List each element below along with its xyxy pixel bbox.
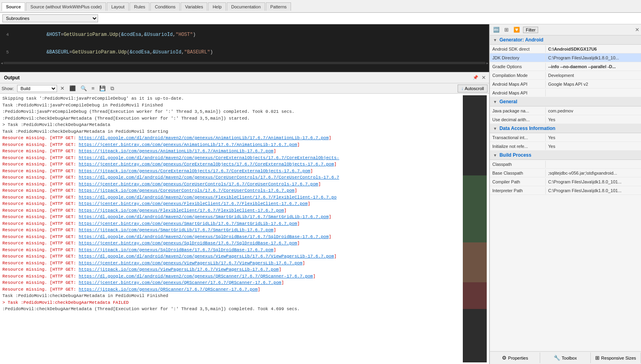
- copy-output-button[interactable]: ⧉: [109, 85, 116, 92]
- link-qrscanner-google[interactable]: https://dl.google.com/dl/android/maven2/…: [79, 274, 313, 279]
- output-line-16: Resource missing. [HTTP GET: https://dl.…: [2, 194, 461, 201]
- clear-output-button[interactable]: ✕: [59, 85, 66, 92]
- pin-button[interactable]: 📌: [471, 75, 480, 80]
- output-title: Output: [2, 75, 22, 81]
- close-output-button[interactable]: ✕: [480, 75, 488, 81]
- autoscroll-icon: ↓: [461, 86, 464, 91]
- close-props-button[interactable]: ✕: [635, 27, 639, 33]
- link-qrscanner-jitpack[interactable]: https://jitpack.io/com/genexus/QRScanner…: [79, 287, 258, 292]
- show-select[interactable]: Build: [17, 85, 57, 92]
- output-line-25: Resource missing. [HTTP GET: https://dl.…: [2, 253, 461, 260]
- section-title-build-process: Build Process: [499, 152, 531, 158]
- section-header-generator[interactable]: ▼ Generator: Android: [490, 35, 641, 45]
- bottom-tab-responsive[interactable]: ⊞ Responsive Sizes: [591, 352, 641, 363]
- tab-conditions[interactable]: Conditions: [150, 2, 180, 11]
- output-line-29: Resource missing. [HTTP GET: https://jce…: [2, 279, 461, 286]
- link-smartgrid-jcenter[interactable]: https://jcenter.bintray.com/com/genexus/…: [79, 221, 297, 226]
- output-line-15: Resource missing. [HTTP GET: https://jit…: [2, 187, 461, 194]
- prop-android-sdk[interactable]: Android SDK direct C:\AndroidSDKGX17U6: [490, 45, 641, 53]
- section-header-data-access[interactable]: ▼ Data Access Information: [490, 124, 641, 133]
- link-smartgrid-jitpack[interactable]: https://jitpack.io/com/genexus/SmartGrid…: [79, 228, 273, 232]
- save-output-button[interactable]: 💾: [98, 85, 107, 92]
- code-area: 4 &HOST=GetUsuarioParam.Udp(&codEsa,&Usu…: [0, 24, 489, 72]
- link-qrscanner-jcenter[interactable]: https://jcenter.bintray.com/com/genexus/…: [79, 280, 281, 285]
- output-line-20: Resource missing. [HTTP GET: https://jce…: [2, 220, 461, 227]
- autoscroll-button[interactable]: ↓ Autoscroll: [458, 85, 488, 92]
- prop-gradle-options[interactable]: Gradle Options --info --no-daemon --para…: [490, 62, 641, 71]
- link-sqldroid-jcenter[interactable]: https://jcenter.bintray.com/com/genexus/…: [79, 241, 297, 246]
- link-coreexternal-google[interactable]: https://dl.google.com/dl/android/maven2/…: [79, 155, 339, 160]
- stop-button[interactable]: ⬛: [68, 85, 77, 92]
- scroll-right-arrow[interactable]: ▶: [486, 61, 489, 65]
- link-flexibleclient-google[interactable]: https://dl.google.com/dl/android/maven2/…: [79, 195, 336, 200]
- prop-initialize-not-ref[interactable]: Initialize not refe... Yes: [490, 142, 641, 151]
- prop-compiler-path[interactable]: Compiler Path C:\Program Files\Java\jdk1…: [490, 177, 641, 186]
- wrap-button[interactable]: ≡: [90, 85, 96, 92]
- filter-icon-button[interactable]: 🔽: [512, 26, 521, 33]
- tab-patterns[interactable]: Patterns: [266, 2, 291, 11]
- link-sqldroid-google[interactable]: https://dl.google.com/dl/android/maven2/…: [79, 234, 328, 239]
- link-viewpagers-google[interactable]: https://dl.google.com/dl/android/maven2/…: [79, 254, 334, 259]
- tab-source-without[interactable]: Source (without WorkWithPlus code): [26, 2, 106, 11]
- prop-label-use-decimal: Use decimal arith...: [490, 116, 546, 123]
- tab-rules[interactable]: Rules: [130, 2, 149, 11]
- scroll-left-arrow[interactable]: ◀: [0, 61, 4, 65]
- link-animationlib-jitpack[interactable]: https://jitpack.io/com/genexus/Animation…: [79, 149, 273, 153]
- link-smartgrid-google[interactable]: https://dl.google.com/dl/android/maven2/…: [79, 214, 328, 219]
- prop-value-initialize-not-ref: Yes: [546, 143, 641, 150]
- output-line-21: Resource missing. [HTTP GET: https://jit…: [2, 227, 461, 234]
- link-coreusercontrols-google[interactable]: https://dl.google.com/dl/android/maven2/…: [79, 175, 339, 180]
- sort-cat-button[interactable]: ⊞: [503, 26, 510, 33]
- prop-jdk-dir[interactable]: JDK Directory C:\Program Files\Java\jdk1…: [490, 53, 641, 62]
- bottom-tab-toolbox[interactable]: 🔧 Toolbox: [540, 352, 590, 363]
- prop-use-decimal[interactable]: Use decimal arith... Yes: [490, 115, 641, 124]
- prop-label-jdk-dir: JDK Directory: [490, 54, 546, 61]
- link-animationlib-google[interactable]: https://dl.google.com/dl/android/maven2/…: [79, 136, 328, 140]
- prop-value-java-package: com.pedmov: [546, 107, 641, 114]
- prop-interpreter-path[interactable]: Interpreter Path C:\Program Files\Java\j…: [490, 186, 641, 195]
- prop-java-package[interactable]: Java package na... com.pedmov: [490, 106, 641, 115]
- tab-documentation[interactable]: Documentation: [227, 2, 265, 11]
- prop-value-gradle-options: --info --no-daemon --parallel -D...: [546, 63, 641, 70]
- section-header-build-process[interactable]: ▼ Build Process: [490, 151, 641, 160]
- tab-source[interactable]: Source: [2, 2, 25, 11]
- chevron-build-process-icon: ▼: [493, 153, 497, 157]
- link-viewpagers-jitpack[interactable]: https://jitpack.io/com/genexus/ViewPager…: [79, 267, 279, 272]
- link-flexibleclient-jitpack[interactable]: https://jitpack.io/com/genexus/FlexibleC…: [79, 208, 284, 213]
- code-line-4: 4 &HOST=GetUsuarioParam.Udp(&codEsa,&Usu…: [0, 26, 489, 43]
- link-animationlib-jcenter[interactable]: https://jcenter.bintray.com/com/genexus/…: [79, 142, 297, 147]
- prop-label-maps-api-2: Android Maps API: [490, 89, 546, 96]
- output-line-28: Resource missing. [HTTP GET: https://dl.…: [2, 273, 461, 280]
- prop-transactional[interactable]: Transactional int... Yes: [490, 133, 641, 142]
- bottom-tab-properties[interactable]: ⚙ Properties: [490, 352, 540, 363]
- link-sqldroid-jitpack[interactable]: https://jitpack.io/com/genexus/SqlDroidB…: [79, 248, 273, 252]
- output-content[interactable]: Skipping task ':PedidoMovil:javaPreCompi…: [0, 94, 489, 364]
- scroll-track[interactable]: [4, 62, 486, 64]
- link-flexibleclient-jcenter[interactable]: https://jcenter.bintray.com/com/genexus/…: [79, 201, 307, 206]
- filter-button[interactable]: Filter: [523, 27, 538, 33]
- output-line-33: :PedidoMovil:checkDebugAarMetadata (Thre…: [2, 306, 461, 313]
- tab-help[interactable]: Help: [208, 2, 226, 11]
- main-area: 4 &HOST=GetUsuarioParam.Udp(&codEsa,&Usu…: [0, 24, 641, 364]
- prop-maps-api-2[interactable]: Android Maps API: [490, 89, 641, 97]
- link-viewpagers-jcenter[interactable]: https://jcenter.bintray.com/com/genexus/…: [79, 261, 302, 266]
- prop-base-classpath[interactable]: Base Classpath ;sqlitejdbc-v056.jar;\std…: [490, 169, 641, 177]
- link-coreexternal-jitpack[interactable]: https://jitpack.io/com/genexus/CoreExter…: [79, 169, 310, 173]
- code-content-4: &HOST=GetUsuarioParam.Udp(&codEsa,&Usuar…: [12, 26, 196, 43]
- sort-alpha-button[interactable]: 🔤: [492, 26, 501, 33]
- prop-classpath[interactable]: Classpath: [490, 160, 641, 169]
- subroutines-select[interactable]: Subroutines: [2, 14, 98, 22]
- code-scrollbar: ◀ ▶: [0, 61, 489, 65]
- prop-maps-api-1[interactable]: Android Maps API Google Maps API v2: [490, 80, 641, 89]
- search-output-button[interactable]: 🔍: [79, 85, 88, 92]
- output-line-27: Resource missing. [HTTP GET: https://jit…: [2, 266, 461, 273]
- line-number-4: 4: [0, 32, 12, 37]
- tab-variables[interactable]: Variables: [181, 2, 207, 11]
- prop-compilation-mode[interactable]: Compilation Mode Development: [490, 71, 641, 80]
- output-line-31: Task :PedidoMovil:checkDebugAarMetadata …: [2, 293, 461, 299]
- link-coreexternal-jcenter[interactable]: https://jcenter.bintray.com/com/genexus/…: [79, 162, 334, 167]
- tab-layout[interactable]: Layout: [107, 2, 129, 11]
- link-coreusercontrols-jcenter[interactable]: https://jcenter.bintray.com/com/genexus/…: [79, 182, 318, 187]
- link-coreusercontrols-jitpack[interactable]: https://jitpack.io/com/genexus/CoreUserC…: [79, 188, 294, 193]
- section-header-general[interactable]: ▼ General: [490, 97, 641, 106]
